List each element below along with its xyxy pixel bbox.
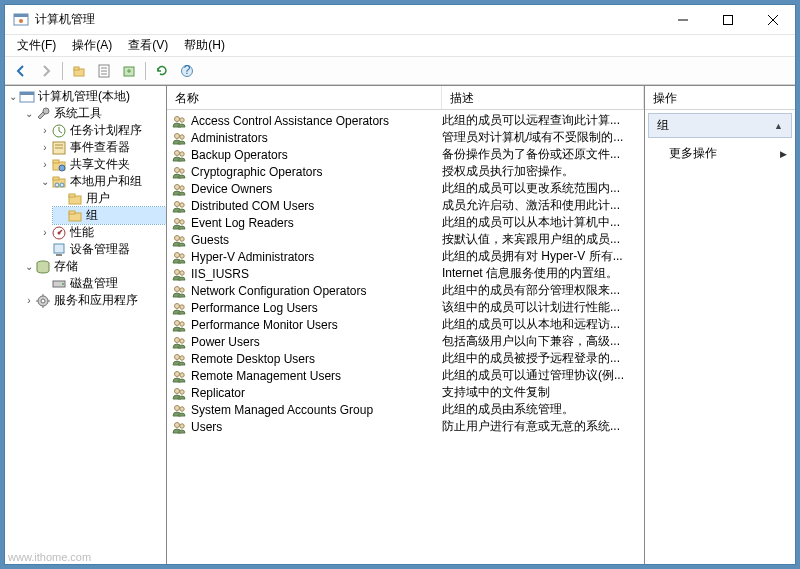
tree-system-tools-icon <box>35 106 51 122</box>
help-button[interactable]: ? <box>175 60 199 82</box>
svg-point-66 <box>180 304 184 308</box>
list-item[interactable]: Remote Desktop Users此组中的成员被授予远程登录的... <box>167 350 644 367</box>
expand-icon[interactable]: › <box>39 142 51 153</box>
tree-users[interactable]: 用户 <box>53 190 166 207</box>
list-pane[interactable]: 名称 描述 Access Control Assistance Operator… <box>167 86 645 564</box>
group-description: 此组中的成员被授予远程登录的... <box>442 350 644 367</box>
svg-point-75 <box>175 388 180 393</box>
expand-icon[interactable]: › <box>23 295 35 306</box>
list-item[interactable]: Network Configuration Operators此组中的成员有部分… <box>167 282 644 299</box>
arrow-right-icon: ▶ <box>780 149 787 159</box>
expand-icon[interactable]: ⌄ <box>7 91 19 102</box>
tree-event-viewer-label: 事件查看器 <box>70 139 130 156</box>
group-icon <box>171 351 187 367</box>
tree-system-tools[interactable]: ⌄系统工具 <box>21 105 166 122</box>
tree-shared-folders[interactable]: ›共享文件夹 <box>37 156 166 173</box>
action-more[interactable]: 更多操作 ▶ <box>645 141 795 166</box>
minimize-button[interactable] <box>660 5 705 34</box>
tree-performance-icon <box>51 225 67 241</box>
tree-disk-management[interactable]: 磁盘管理 <box>37 275 166 292</box>
list-item[interactable]: Power Users包括高级用户以向下兼容，高级... <box>167 333 644 350</box>
list-item[interactable]: Performance Log Users该组中的成员可以计划进行性能... <box>167 299 644 316</box>
list-item[interactable]: Administrators管理员对计算机/域有不受限制的... <box>167 129 644 146</box>
expand-icon[interactable]: › <box>39 159 51 170</box>
group-description: 成员允许启动、激活和使用此计... <box>442 197 644 214</box>
svg-point-44 <box>180 117 184 121</box>
svg-point-51 <box>175 184 180 189</box>
expand-icon[interactable]: › <box>39 227 51 238</box>
group-description: Internet 信息服务使用的内置组。 <box>442 265 644 282</box>
svg-point-28 <box>55 183 59 187</box>
svg-point-60 <box>180 253 184 257</box>
tree-task-scheduler-icon <box>51 123 67 139</box>
list-item[interactable]: Event Log Readers此组的成员可以从本地计算机中... <box>167 214 644 231</box>
menu-view[interactable]: 查看(V) <box>120 35 176 56</box>
list-body[interactable]: Access Control Assistance Operators此组的成员… <box>167 110 644 564</box>
column-name[interactable]: 名称 <box>167 86 442 109</box>
list-item[interactable]: Device Owners此组的成员可以更改系统范围内... <box>167 180 644 197</box>
tree-device-manager-label: 设备管理器 <box>70 241 130 258</box>
menu-action[interactable]: 操作(A) <box>64 35 120 56</box>
svg-point-42 <box>41 299 45 303</box>
export-button[interactable] <box>117 60 141 82</box>
group-icon <box>171 181 187 197</box>
tree-event-viewer[interactable]: ›事件查看器 <box>37 139 166 156</box>
group-name: System Managed Accounts Group <box>191 403 373 417</box>
tree-disk-management-icon <box>51 276 67 292</box>
action-section-groups[interactable]: 组 ▲ <box>648 113 792 138</box>
column-description[interactable]: 描述 <box>442 86 644 109</box>
expand-icon[interactable]: › <box>39 125 51 136</box>
tree-groups-icon <box>67 208 83 224</box>
menu-help[interactable]: 帮助(H) <box>176 35 233 56</box>
group-icon <box>171 164 187 180</box>
menu-file[interactable]: 文件(F) <box>9 35 64 56</box>
group-name: IIS_IUSRS <box>191 267 249 281</box>
list-item[interactable]: IIS_IUSRSInternet 信息服务使用的内置组。 <box>167 265 644 282</box>
up-button[interactable] <box>67 60 91 82</box>
list-item[interactable]: Hyper-V Administrators此组的成员拥有对 Hyper-V 所… <box>167 248 644 265</box>
back-button[interactable] <box>9 60 33 82</box>
list-item[interactable]: Remote Management Users此组的成员可以通过管理协议(例..… <box>167 367 644 384</box>
list-item[interactable]: Distributed COM Users成员允许启动、激活和使用此计... <box>167 197 644 214</box>
list-item[interactable]: System Managed Accounts Group此组的成员由系统管理。 <box>167 401 644 418</box>
list-item[interactable]: Guests按默认值，来宾跟用户组的成员... <box>167 231 644 248</box>
expand-icon[interactable]: ⌄ <box>39 176 51 187</box>
tree-storage[interactable]: ⌄存储 <box>21 258 166 275</box>
tree-services-apps[interactable]: ›服务和应用程序 <box>21 292 166 309</box>
refresh-button[interactable] <box>150 60 174 82</box>
maximize-button[interactable] <box>705 5 750 34</box>
list-item[interactable]: Replicator支持域中的文件复制 <box>167 384 644 401</box>
title-bar: 计算机管理 <box>5 5 795 35</box>
group-name: Administrators <box>191 131 268 145</box>
svg-rect-24 <box>53 160 59 163</box>
group-name: Performance Log Users <box>191 301 318 315</box>
group-icon <box>171 266 187 282</box>
close-button[interactable] <box>750 5 795 34</box>
tree-groups[interactable]: 组 <box>53 207 166 224</box>
expand-icon[interactable]: ⌄ <box>23 108 35 119</box>
svg-point-56 <box>180 219 184 223</box>
list-item[interactable]: Backup Operators备份操作员为了备份或还原文件... <box>167 146 644 163</box>
tree-users-icon <box>67 191 83 207</box>
group-description: 按默认值，来宾跟用户组的成员... <box>442 231 644 248</box>
list-item[interactable]: Performance Monitor Users此组的成员可以从本地和远程访.… <box>167 316 644 333</box>
svg-point-53 <box>175 201 180 206</box>
tree-task-scheduler[interactable]: ›任务计划程序 <box>37 122 166 139</box>
group-name: Access Control Assistance Operators <box>191 114 389 128</box>
tree-performance[interactable]: ›性能 <box>37 224 166 241</box>
group-description: 防止用户进行有意或无意的系统... <box>442 418 644 435</box>
svg-point-58 <box>180 236 184 240</box>
tree-local-users-groups[interactable]: ⌄本地用户和组 <box>37 173 166 190</box>
tree-root-node[interactable]: ⌄计算机管理(本地) <box>5 88 166 105</box>
properties-button[interactable] <box>92 60 116 82</box>
list-item[interactable]: Users防止用户进行有意或无意的系统... <box>167 418 644 435</box>
list-item[interactable]: Access Control Assistance Operators此组的成员… <box>167 112 644 129</box>
tree-device-manager[interactable]: 设备管理器 <box>37 241 166 258</box>
tree-pane[interactable]: ⌄计算机管理(本地)⌄系统工具›任务计划程序›事件查看器›共享文件夹⌄本地用户和… <box>5 86 167 564</box>
group-name: Remote Management Users <box>191 369 341 383</box>
list-item[interactable]: Cryptographic Operators授权成员执行加密操作。 <box>167 163 644 180</box>
tree-system-tools-label: 系统工具 <box>54 105 102 122</box>
content-area: ⌄计算机管理(本地)⌄系统工具›任务计划程序›事件查看器›共享文件夹⌄本地用户和… <box>5 85 795 564</box>
forward-button[interactable] <box>34 60 58 82</box>
expand-icon[interactable]: ⌄ <box>23 261 35 272</box>
